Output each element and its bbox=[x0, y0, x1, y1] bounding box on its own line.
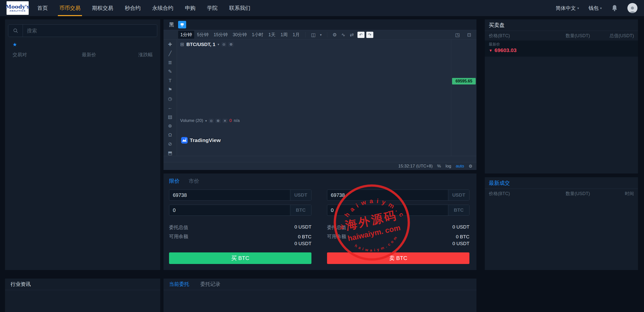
buy-button[interactable]: 买 BTC bbox=[169, 252, 311, 264]
auto-scale-button[interactable]: auto bbox=[456, 164, 464, 169]
tab-market-order[interactable]: 市价 bbox=[189, 177, 199, 185]
wallet-menu[interactable]: 钱包 ▾ bbox=[588, 5, 602, 12]
chevron-down-icon[interactable]: ▾ bbox=[218, 42, 219, 46]
total-label: 委托总值 bbox=[327, 224, 346, 231]
sell-amount-input[interactable] bbox=[327, 205, 448, 215]
tab-order-history[interactable]: 委托记录 bbox=[200, 281, 220, 288]
nav-item-2[interactable]: 期权交易 bbox=[92, 0, 113, 16]
tradingview-logo[interactable]: TradingView bbox=[181, 137, 221, 144]
nav-item-1[interactable]: 币币交易 bbox=[59, 0, 80, 16]
indicators-icon[interactable]: ∿ bbox=[340, 32, 347, 38]
trade-form-panel: 限价 市价 USDT BTC 委托总值 0 USDT bbox=[164, 173, 476, 270]
buy-amount-input[interactable] bbox=[169, 205, 290, 215]
log-scale-button[interactable]: log bbox=[446, 164, 451, 169]
percent-scale-button[interactable]: % bbox=[437, 164, 441, 169]
order-book-title: 买卖盘 bbox=[485, 19, 638, 31]
chart-bottombar: 15:32:17 (UTC+8) % log auto ⚙ bbox=[164, 162, 476, 170]
chevron-down-icon: ▾ bbox=[577, 6, 579, 10]
nav-item-7[interactable]: 联系我们 bbox=[229, 0, 250, 16]
latest-trades-title: 最新成交 bbox=[485, 177, 638, 189]
buy-form: USDT BTC 委托总值 0 USDT 可用余额 0 BTC0 USDT 买 … bbox=[169, 186, 311, 264]
gear-icon[interactable]: ⚙ bbox=[331, 32, 339, 38]
measure-icon[interactable]: ▤ bbox=[168, 114, 172, 119]
col-time: 时间 bbox=[590, 191, 634, 197]
avatar[interactable] bbox=[627, 3, 637, 13]
last-price-tag: 69595.65 bbox=[452, 78, 476, 84]
target-icon[interactable]: ⊙ bbox=[222, 42, 226, 47]
magnet-icon[interactable]: Ω bbox=[168, 132, 172, 137]
volume-na: n/a bbox=[234, 118, 240, 123]
sell-price-input[interactable] bbox=[327, 190, 448, 200]
theme-button[interactable]: 黑 bbox=[168, 21, 176, 29]
brush-icon[interactable]: ✎ bbox=[168, 69, 172, 74]
time-axis[interactable] bbox=[164, 156, 476, 162]
timeframe-button[interactable]: 1小时 bbox=[250, 31, 266, 39]
fib-retracement-icon[interactable]: ≣ bbox=[168, 60, 172, 65]
balance-btc: 0 BTC bbox=[456, 234, 469, 239]
gear-icon[interactable]: ⚙ bbox=[469, 164, 472, 169]
favorites-filter[interactable]: ★ bbox=[5, 37, 160, 48]
nav-item-4[interactable]: 永续合约 bbox=[152, 0, 173, 16]
zoom-in-icon[interactable]: ⊕ bbox=[168, 123, 172, 128]
drawing-toolbar: ✚╱≣✎T⚑◷←▤⊕Ω⊘⬒ bbox=[164, 39, 177, 156]
undo-button[interactable]: ↶ bbox=[357, 32, 365, 38]
moodys-logo[interactable]: Moody's ANALYTICS bbox=[7, 1, 29, 15]
buy-amount-unit: BTC bbox=[290, 205, 311, 215]
tab-limit-order[interactable]: 限价 bbox=[169, 177, 180, 185]
presentation-button[interactable] bbox=[178, 21, 186, 28]
nav-item-0[interactable]: 首页 bbox=[37, 0, 48, 16]
balance-btc: 0 BTC bbox=[298, 234, 311, 239]
gear-icon[interactable]: ⚙ bbox=[216, 119, 221, 123]
timeframe-button[interactable]: 5分钟 bbox=[195, 31, 211, 39]
search-input[interactable] bbox=[23, 28, 157, 34]
gear-icon[interactable]: ⚙ bbox=[228, 42, 233, 47]
buy-price-input[interactable] bbox=[169, 190, 290, 200]
trendline-icon[interactable]: ╱ bbox=[169, 51, 171, 56]
tab-open-orders[interactable]: 当前委托 bbox=[169, 281, 189, 288]
nav-item-6[interactable]: 学院 bbox=[207, 0, 218, 16]
chart-topbar: 黑 bbox=[164, 19, 476, 30]
symbol-label[interactable]: BTC/USDT, 1 bbox=[186, 42, 215, 47]
close-icon[interactable]: ✕ bbox=[223, 119, 227, 123]
buy-price-unit: USDT bbox=[290, 190, 311, 200]
clock-label[interactable]: 15:32:17 (UTC+8) bbox=[398, 164, 433, 169]
compare-icon[interactable]: ⇄ bbox=[348, 32, 356, 38]
nav-item-5[interactable]: 申购 bbox=[185, 0, 195, 16]
text-tool-icon[interactable]: T bbox=[169, 78, 172, 83]
market-list-header: 交易对 最新价 涨跌幅 bbox=[5, 48, 160, 61]
timeframe-button[interactable]: 15分钟 bbox=[211, 31, 230, 39]
language-selector[interactable]: 简体中文 ▾ bbox=[556, 5, 579, 12]
buy-balance-row: 可用余额 0 BTC0 USDT bbox=[169, 233, 311, 247]
timeframe-button[interactable]: 1分钟 bbox=[178, 31, 194, 39]
draw-lock-icon[interactable]: ⊘ bbox=[168, 142, 172, 146]
pattern-icon[interactable]: ⚑ bbox=[168, 87, 172, 92]
notification-bell-icon[interactable] bbox=[611, 5, 618, 12]
redo-icon: ↷ bbox=[368, 32, 371, 37]
order-book-panel: 买卖盘 价格(BTC) 数量(USDT) 总值(USDT) 最新价 ▼ 6960… bbox=[485, 19, 638, 173]
top-navbar: Moody's ANALYTICS 首页币币交易期权交易秒合约永续合约申购学院联… bbox=[0, 0, 644, 16]
fullscreen-icon[interactable]: ◳ bbox=[453, 32, 461, 38]
price-axis[interactable]: 69595.65 bbox=[451, 39, 476, 156]
hide-drawings-icon[interactable]: ⬒ bbox=[168, 151, 172, 155]
user-icon bbox=[629, 6, 636, 13]
buy-total-row: 委托总值 0 USDT bbox=[169, 224, 311, 231]
timeframe-button[interactable]: 1月 bbox=[290, 31, 302, 39]
symbol-search-icon[interactable]: ⊞ bbox=[180, 41, 184, 47]
arrow-tool-icon[interactable]: ← bbox=[168, 105, 173, 110]
nav-item-3[interactable]: 秒合约 bbox=[125, 0, 141, 16]
timeframe-button[interactable]: 1天 bbox=[266, 31, 278, 39]
camera-icon[interactable]: ⊡ bbox=[465, 32, 473, 38]
chevron-down-icon[interactable]: ▾ bbox=[318, 33, 324, 37]
last-price-label: 最新价 bbox=[489, 42, 634, 47]
forecast-icon[interactable]: ◷ bbox=[168, 96, 172, 101]
sell-button[interactable]: 卖 BTC bbox=[327, 252, 469, 264]
open-orders-panel: 当前委托 委托记录 bbox=[164, 279, 476, 312]
target-icon[interactable]: ⊙ bbox=[209, 119, 214, 123]
crosshair-icon[interactable]: ✚ bbox=[168, 42, 172, 47]
timeframe-button[interactable]: 1周 bbox=[278, 31, 290, 39]
candle-style-icon[interactable]: ◫ bbox=[309, 32, 317, 38]
col-price: 价格(BTC) bbox=[489, 191, 546, 197]
chevron-down-icon[interactable]: ▾ bbox=[205, 119, 207, 123]
redo-button[interactable]: ↷ bbox=[366, 32, 373, 38]
timeframe-button[interactable]: 30分钟 bbox=[230, 31, 249, 39]
